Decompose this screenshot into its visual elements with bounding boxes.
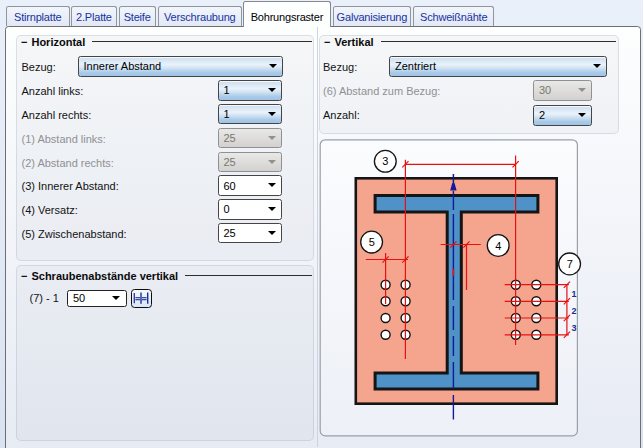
svg-text:3: 3 — [572, 323, 577, 333]
svg-text:4: 4 — [495, 240, 501, 252]
svg-text:5: 5 — [369, 236, 375, 248]
svg-text:3: 3 — [382, 155, 388, 167]
svg-text:1: 1 — [572, 289, 577, 299]
svg-text:7: 7 — [567, 258, 573, 270]
svg-text:2: 2 — [572, 306, 577, 316]
